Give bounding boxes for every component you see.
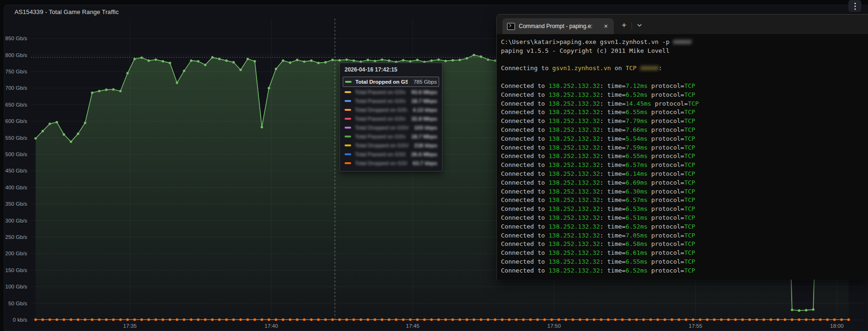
terminal-line: Connected to 138.252.132.32: time=6.55ms… [501, 258, 868, 266]
terminal-line: paping v1.5.5 - Copyright (c) 2011 Mike … [501, 47, 868, 56]
series-name: Total Passed on GSVN4 [355, 134, 405, 139]
svg-text:750 Gb/s: 750 Gb/s [5, 69, 27, 74]
series-color-swatch [345, 109, 351, 111]
terminal-line: Connected to 138.252.132.32: time=6.30ms… [501, 187, 868, 196]
terminal-line: Connected to 138.252.132.32: time=6.57ms… [501, 161, 868, 170]
svg-text:550 Gb/s: 550 Gb/s [5, 135, 27, 141]
svg-text:350 Gb/s: 350 Gb/s [5, 201, 27, 207]
chart-tooltip: 2026-04-16 17:42:15 Total Dropped on GSV… [339, 63, 442, 172]
tooltip-series-row: Total Passed on GSVN332.8 Mbps [343, 114, 439, 123]
series-name: Total Dropped on GSVN2 [355, 107, 407, 113]
svg-text:17:55: 17:55 [689, 323, 702, 329]
series-color-swatch [345, 100, 351, 102]
terminal-line: Connected to 138.252.132.32: time=6.55ms… [501, 152, 868, 161]
svg-text:250 Gb/s: 250 Gb/s [5, 234, 27, 240]
series-value: 218 kbps [414, 143, 437, 148]
terminal-line [501, 56, 868, 65]
tooltip-timestamp: 2026-04-16 17:42:15 [340, 63, 442, 76]
tooltip-series-row: Total Dropped on GSVN24.13 kbps [343, 105, 439, 114]
terminal-line: Connected to 138.252.132.32: time=6.52ms… [501, 266, 868, 275]
terminal-line: Connected to 138.252.132.32: time=6.53ms… [501, 205, 868, 214]
terminal-line: Connected to 138.252.132.32: time=14.45m… [501, 100, 868, 108]
series-color-swatch [345, 136, 351, 137]
svg-text:800 Gb/s: 800 Gb/s [5, 52, 27, 58]
series-value: 93.6 Mbps [411, 89, 437, 95]
terminal-line: Connected to 138.252.132.32: time=7.79ms… [501, 117, 868, 126]
series-value: 4.13 kbps [413, 107, 437, 113]
terminal-line: Connected to 138.252.132.32: time=6.52ms… [501, 223, 868, 231]
series-name: Total Passed on GSS01 [355, 151, 405, 157]
tooltip-series-list: Total Dropped on GSVN1785 GbpsTotal Pass… [340, 76, 442, 171]
terminal-tab[interactable]: Command Prompt - paping.e: ✕ [502, 18, 614, 34]
series-color-swatch [345, 127, 351, 129]
terminal-window: Command Prompt - paping.e: ✕ + C:\Users\… [496, 14, 868, 280]
series-name: Total Passed on GSVN2 [355, 98, 405, 104]
tab-dropdown-chevron-icon[interactable] [634, 20, 645, 31]
series-name: Total Dropped on GSVN1 [355, 79, 408, 85]
terminal-line: Connected to 138.252.132.32: time=7.12ms… [501, 82, 868, 91]
series-name: Total Dropped on GSS01 [355, 160, 407, 166]
series-color-swatch [345, 118, 351, 120]
series-color-swatch [345, 81, 352, 83]
svg-text:200 Gb/s: 200 Gb/s [5, 251, 27, 256]
series-value: 18.7 Mbps [411, 98, 437, 104]
tooltip-series-row: Total Passed on GSVN418.7 Mbps [343, 132, 439, 141]
svg-text:17:50: 17:50 [547, 323, 561, 329]
svg-text:17:40: 17:40 [265, 323, 278, 329]
terminal-line: Connected to 138.252.132.32: time=5.54ms… [501, 135, 868, 144]
new-tab-button[interactable]: + [618, 20, 630, 31]
terminal-line: Connecting to gsvn1.zynhost.vn on TCP ##… [501, 64, 868, 73]
svg-text:700 Gb/s: 700 Gb/s [5, 85, 27, 91]
tooltip-series-row: Total Passed on GSVN218.7 Mbps [343, 96, 439, 105]
svg-text:17:35: 17:35 [123, 323, 137, 329]
series-color-swatch [345, 91, 351, 93]
series-value: 32.8 Mbps [411, 116, 437, 122]
tooltip-series-row: Total Passed on GSS0126.6 Mbps [343, 150, 439, 158]
tooltip-series-row: Total Dropped on GSS0163.7 kbps [343, 158, 439, 167]
series-color-swatch [345, 153, 351, 155]
panel-menu-kebab-icon[interactable] [848, 0, 861, 12]
command-prompt-icon [507, 23, 515, 30]
svg-text:400 Gb/s: 400 Gb/s [5, 185, 27, 190]
series-value: 103 kbps [414, 125, 437, 130]
terminal-line: Connected to 138.252.132.32: time=6.14ms… [501, 170, 868, 179]
terminal-line: Connected to 138.252.132.32: time=6.51ms… [501, 214, 868, 223]
svg-text:650 Gb/s: 650 Gb/s [5, 102, 27, 108]
series-value: 63.7 kbps [413, 160, 437, 166]
series-name: Total Passed on GSVN1 [355, 89, 405, 95]
terminal-line: Connected to 138.252.132.32: time=6.61ms… [501, 249, 868, 258]
terminal-line: Connected to 138.252.132.32: time=6.58ms… [501, 240, 868, 249]
svg-text:50 Gb/s: 50 Gb/s [8, 301, 28, 306]
terminal-line: C:\Users\katari>paping.exe gsvn1.zynhost… [501, 38, 868, 47]
tab-close-icon[interactable]: ✕ [602, 22, 610, 30]
svg-text:600 Gb/s: 600 Gb/s [5, 118, 27, 124]
svg-text:150 Gb/s: 150 Gb/s [5, 267, 27, 273]
series-name: Total Dropped on GSVN3 [355, 125, 409, 130]
terminal-output[interactable]: C:\Users\katari>paping.exe gsvn1.zynhost… [497, 34, 868, 280]
svg-text:300 Gb/s: 300 Gb/s [5, 218, 27, 223]
terminal-line: Connected to 138.252.132.32: time=7.59ms… [501, 144, 868, 152]
tooltip-series-row: Total Dropped on GSVN4218 kbps [343, 141, 439, 150]
svg-text:450 Gb/s: 450 Gb/s [5, 168, 27, 173]
terminal-line: Connected to 138.252.132.32: time=6.69ms… [501, 179, 868, 187]
terminal-titlebar[interactable]: Command Prompt - paping.e: ✕ + [497, 14, 868, 34]
series-color-swatch [345, 144, 351, 146]
terminal-line: Connected to 138.252.132.32: time=6.52ms… [501, 91, 868, 100]
svg-text:850 Gb/s: 850 Gb/s [5, 36, 27, 41]
terminal-line: Connected to 138.252.132.32: time=6.57ms… [501, 196, 868, 205]
svg-text:500 Gb/s: 500 Gb/s [5, 151, 27, 157]
tooltip-series-row: Total Dropped on GSVN1785 Gbps [343, 77, 439, 87]
series-name: Total Dropped on GSVN4 [355, 143, 409, 148]
svg-text:17:45: 17:45 [406, 323, 419, 329]
series-color-swatch [345, 162, 351, 164]
svg-text:100 Gb/s: 100 Gb/s [5, 284, 27, 289]
series-value: 785 Gbps [413, 79, 437, 85]
series-value: 26.6 Mbps [411, 151, 437, 157]
tooltip-series-row: Total Dropped on GSVN3103 kbps [343, 123, 439, 132]
terminal-line [501, 73, 868, 82]
tabbar-divider [632, 22, 632, 29]
svg-text:18:00: 18:00 [830, 323, 844, 329]
svg-text:0 kb/s: 0 kb/s [13, 317, 27, 323]
tooltip-series-row: Total Passed on GSVN193.6 Mbps [343, 87, 439, 96]
terminal-line: Connected to 138.252.132.32: time=7.66ms… [501, 126, 868, 135]
